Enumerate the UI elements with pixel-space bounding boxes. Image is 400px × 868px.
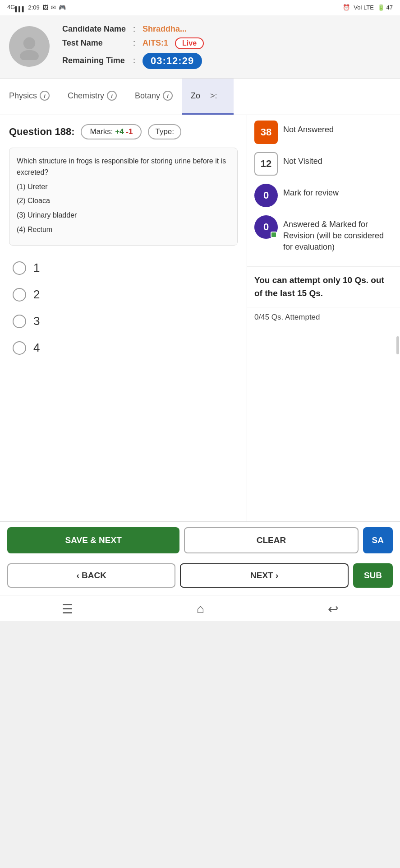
- back-button[interactable]: ‹ BACK: [7, 563, 175, 588]
- subject-tabs: Physics i Chemistry i Botany i Zo >:: [0, 79, 400, 115]
- alarm-icon: ⏰: [343, 4, 350, 11]
- clear-button[interactable]: CLEAR: [184, 527, 358, 553]
- type-label: Type:: [155, 127, 174, 136]
- marks-positive: +4: [115, 127, 124, 136]
- radio-1[interactable]: [13, 261, 26, 275]
- option-1[interactable]: 1: [9, 255, 238, 281]
- radio-4[interactable]: [13, 341, 26, 355]
- status-left: 4G▌▌▌ 2:09 🖼 ✉ 🎮: [7, 4, 66, 12]
- question-number: Question 188:: [9, 126, 74, 138]
- svg-point-1: [20, 50, 39, 60]
- tab-botany[interactable]: Botany i: [126, 84, 182, 108]
- option-3[interactable]: 3: [9, 308, 238, 334]
- option-text-3: (3) Urinary bladder: [17, 209, 230, 221]
- live-badge: Live: [175, 37, 204, 49]
- question-text: Which structure in frogs is responsible …: [17, 155, 230, 178]
- candidate-label: Candidate Name: [59, 23, 129, 36]
- tab-zoology-label: Zo: [191, 91, 200, 101]
- option-text-2: (2) Cloaca: [17, 195, 230, 207]
- info-box: You can attempt only 10 Qs. out of the l…: [247, 266, 400, 307]
- not-answered-label: Not Answered: [283, 121, 334, 135]
- email-icon: ✉: [51, 4, 56, 11]
- save-blue-button[interactable]: SA: [363, 527, 393, 553]
- option-text-1: (1) Ureter: [17, 181, 230, 193]
- tab-zoology[interactable]: Zo >:: [182, 79, 234, 115]
- mark-review-label: Mark for review: [283, 184, 339, 199]
- test-value: AITS:1 Live: [139, 36, 207, 51]
- radio-3[interactable]: [13, 315, 26, 328]
- tabs-more[interactable]: >:: [203, 85, 225, 107]
- green-corner: [271, 232, 277, 238]
- save-next-button[interactable]: SAVE & NEXT: [7, 527, 179, 553]
- chemistry-info-icon[interactable]: i: [107, 91, 117, 101]
- tab-chemistry-label: Chemistry: [68, 91, 104, 101]
- next-button[interactable]: NEXT ›: [180, 563, 348, 588]
- action-row-1: SAVE & NEXT CLEAR SA: [0, 522, 400, 559]
- avatar: [9, 26, 50, 67]
- radio-2[interactable]: [13, 288, 26, 302]
- media-icon: 🖼: [42, 4, 48, 11]
- signal-icon: Vol LTE: [354, 4, 374, 11]
- timer-value: 03:12:29: [143, 53, 202, 69]
- answered-marked-label: Answered & Marked for Revision (will be …: [283, 215, 393, 253]
- physics-info-icon[interactable]: i: [40, 91, 50, 101]
- not-visited-label: Not Visited: [283, 152, 322, 167]
- tab-physics[interactable]: Physics i: [0, 84, 59, 108]
- side-panel: 38 Not Answered 12 Not Visited 0 Mark fo…: [247, 115, 400, 521]
- option-text-4: (4) Rectum: [17, 224, 230, 236]
- submit-button[interactable]: SUB: [353, 563, 393, 588]
- answer-options: 1 2 3 4: [9, 255, 238, 361]
- home-icon[interactable]: ⌂: [197, 602, 204, 616]
- legend-not-visited: 12 Not Visited: [254, 152, 393, 176]
- scroll-indicator: [396, 336, 399, 354]
- marks-label: Marks:: [90, 127, 113, 136]
- botany-info-icon[interactable]: i: [163, 91, 173, 101]
- test-label: Test Name: [59, 36, 129, 51]
- option-4-label: 4: [33, 341, 40, 355]
- status-right: ⏰ Vol LTE 🔋 47: [343, 4, 393, 11]
- action-row-2: ‹ BACK NEXT › SUB: [0, 559, 400, 595]
- battery-icon: 🔋 47: [377, 4, 393, 11]
- marks-badge: Marks: +4 -1: [81, 124, 142, 139]
- info-box-text: You can attempt only 10 Qs. out of the l…: [254, 275, 384, 298]
- status-legend: 38 Not Answered 12 Not Visited 0 Mark fo…: [247, 115, 400, 267]
- extra-icon: 🎮: [59, 4, 66, 11]
- timer-cell: 03:12:29: [139, 51, 207, 71]
- nav-bar: ☰ ⌂ ↩: [0, 595, 400, 621]
- content-wrapper: Question 188: Marks: +4 -1 Type: Which s…: [0, 115, 400, 521]
- legend-mark-review: 0 Mark for review: [254, 184, 393, 207]
- not-answered-badge: 38: [254, 121, 278, 144]
- time-display: 2:09: [28, 4, 39, 11]
- back-nav-icon[interactable]: ↩: [328, 602, 338, 617]
- time-label: Remaining Time: [59, 51, 129, 71]
- network-icon: 4G▌▌▌: [7, 4, 25, 12]
- not-visited-badge: 12: [254, 152, 278, 176]
- option-1-label: 1: [33, 261, 40, 275]
- question-text-area: Which structure in frogs is responsible …: [9, 148, 238, 246]
- status-bar: 4G▌▌▌ 2:09 🖼 ✉ 🎮 ⏰ Vol LTE 🔋 47: [0, 0, 400, 15]
- mark-review-badge: 0: [254, 184, 278, 207]
- attempts-text: 0/45 Qs. Attempted: [254, 313, 320, 321]
- option-2[interactable]: 2: [9, 281, 238, 308]
- option-3-label: 3: [33, 314, 40, 328]
- scroll-container: [247, 327, 400, 345]
- type-badge: Type:: [148, 124, 181, 139]
- legend-not-answered: 38 Not Answered: [254, 121, 393, 144]
- question-header: Question 188: Marks: +4 -1 Type:: [9, 124, 238, 139]
- header-info: Candidate Name : Shraddha... Test Name :…: [59, 23, 391, 71]
- option-2-label: 2: [33, 288, 40, 302]
- option-4[interactable]: 4: [9, 334, 238, 361]
- marks-negative: -1: [126, 127, 133, 136]
- svg-point-0: [23, 37, 35, 49]
- hamburger-icon[interactable]: ☰: [62, 602, 73, 617]
- candidate-value: Shraddha...: [139, 23, 207, 36]
- answered-marked-badge: 0: [254, 215, 278, 239]
- bottom-actions: SAVE & NEXT CLEAR SA ‹ BACK NEXT › SUB: [0, 521, 400, 595]
- legend-answered-marked: 0 Answered & Marked for Revision (will b…: [254, 215, 393, 253]
- header: Candidate Name : Shraddha... Test Name :…: [0, 15, 400, 79]
- tab-botany-label: Botany: [135, 91, 160, 101]
- question-panel: Question 188: Marks: +4 -1 Type: Which s…: [0, 115, 247, 521]
- avatar-icon: [16, 33, 43, 60]
- tab-chemistry[interactable]: Chemistry i: [59, 84, 126, 108]
- tab-physics-label: Physics: [9, 91, 37, 101]
